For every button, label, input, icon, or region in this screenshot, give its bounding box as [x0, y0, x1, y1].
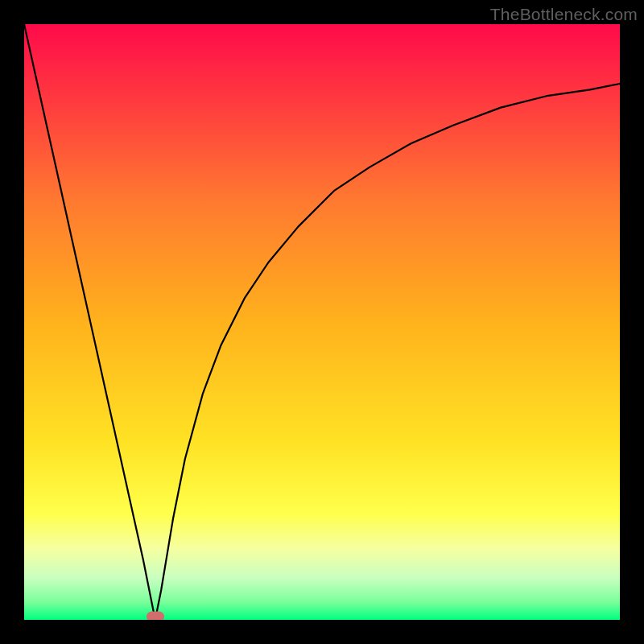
plot-area: [24, 24, 620, 620]
watermark-text: TheBottleneck.com: [490, 5, 638, 24]
bottleneck-marker: [147, 612, 164, 620]
bottleneck-curve: [24, 24, 620, 620]
chart-stage: TheBottleneck.com: [0, 0, 644, 644]
